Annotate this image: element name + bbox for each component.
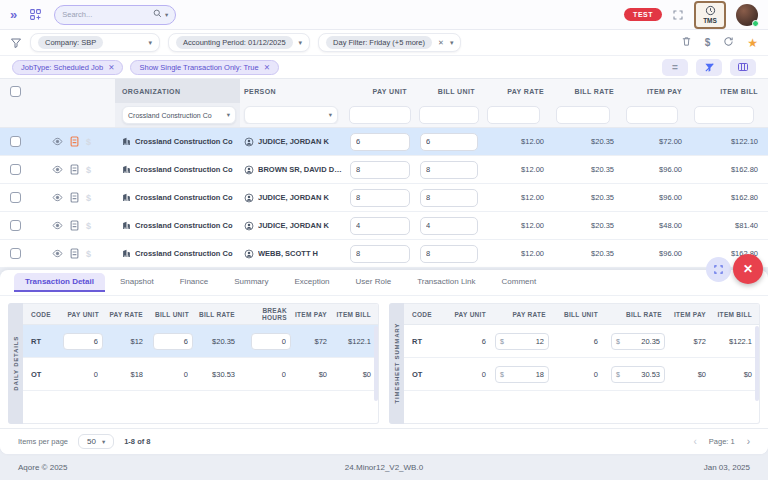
scrollbar[interactable] [755, 326, 759, 401]
pay-unit-input[interactable] [63, 366, 103, 383]
columns-button[interactable] [730, 59, 756, 76]
bill-unit-input[interactable] [420, 161, 478, 179]
item-bill-filter-input[interactable] [694, 106, 754, 124]
table-row[interactable]: $ Crossland Construction Co WEBB, SCOTT … [0, 240, 768, 268]
table-row[interactable]: $ Crossland Construction Co JUDICE, JORD… [0, 212, 768, 240]
timecard-icon[interactable] [70, 164, 79, 175]
timecard-icon[interactable] [70, 248, 79, 259]
bill-rate-input[interactable]: $20.35 [611, 333, 665, 350]
menu-equals-button[interactable]: = [662, 59, 688, 76]
row-checkbox[interactable] [10, 248, 21, 259]
close-detail-button[interactable]: ✕ [733, 254, 763, 284]
view-icon[interactable] [52, 192, 63, 203]
next-page-icon[interactable]: › [747, 436, 750, 447]
pay-rate-input[interactable]: $18 [495, 366, 549, 383]
pay-unit-input[interactable] [350, 189, 410, 207]
bill-rate-input[interactable]: $30.53 [611, 366, 665, 383]
remove-filter-icon[interactable]: ✕ [108, 63, 114, 72]
column-header-bill-rate[interactable]: BILL RATE [552, 88, 622, 95]
column-header-person[interactable]: PERSON [240, 88, 345, 95]
detail-tab[interactable]: Transaction Link [406, 273, 486, 292]
timecard-icon[interactable] [70, 220, 79, 231]
row-checkbox[interactable] [10, 136, 21, 147]
remove-filter-icon[interactable]: ✕ [264, 63, 270, 72]
global-search[interactable]: ▾ [54, 5, 176, 25]
remove-filter-icon[interactable]: ✕ [438, 39, 444, 47]
detail-tab[interactable]: Exception [283, 273, 340, 292]
billing-icon[interactable]: $ [705, 37, 711, 48]
table-row[interactable]: $ Crossland Construction Co JUDICE, JORD… [0, 184, 768, 212]
timecard-icon[interactable] [70, 136, 79, 147]
clear-filter-button[interactable] [696, 59, 722, 76]
detail-tab[interactable]: Summary [223, 273, 279, 292]
row-checkbox[interactable] [10, 220, 21, 231]
column-header-pay-unit[interactable]: PAY UNIT [345, 88, 415, 95]
expand-detail-button[interactable] [706, 257, 731, 282]
scrollbar[interactable] [374, 326, 378, 401]
company-filter-chip[interactable]: Company: SBP ▾ [30, 33, 160, 52]
pay-rate-filter-input[interactable] [487, 106, 540, 124]
view-icon[interactable] [52, 220, 63, 231]
refresh-icon[interactable] [723, 36, 734, 49]
filter-tag[interactable]: JobType: Scheduled Job ✕ [12, 60, 123, 75]
item-pay-filter-input[interactable] [626, 106, 678, 124]
search-icon[interactable] [153, 9, 162, 20]
fullscreen-icon[interactable] [672, 9, 684, 21]
column-header-pay-rate[interactable]: PAY RATE [483, 88, 552, 95]
organization-filter-dropdown[interactable]: Crossland Construction Co ▾ [122, 106, 236, 124]
row-checkbox[interactable] [10, 164, 21, 175]
detail-tab[interactable]: User Role [345, 273, 403, 292]
person-filter-dropdown[interactable]: ▾ [244, 106, 338, 124]
pay-unit-input[interactable] [350, 245, 410, 263]
bill-unit-input[interactable] [420, 133, 478, 151]
pay-unit-input[interactable] [350, 161, 410, 179]
currency-symbol: $ [616, 338, 620, 345]
row-checkbox[interactable] [10, 192, 21, 203]
bill-rate-filter-input[interactable] [556, 106, 610, 124]
bill-rate-cell: $20.35 [552, 137, 622, 146]
table-row[interactable]: $ Crossland Construction Co BROWN SR, DA… [0, 156, 768, 184]
filter-tag[interactable]: Show Single Transaction Only: True ✕ [130, 60, 279, 75]
delete-icon[interactable] [681, 36, 692, 49]
search-input[interactable] [62, 10, 149, 19]
favorite-icon[interactable]: ★ [747, 36, 758, 50]
apps-grid-add-icon[interactable] [29, 8, 42, 21]
detail-tab[interactable]: Snapshot [109, 273, 165, 292]
bill-unit-input[interactable] [153, 333, 193, 350]
column-header-item-bill[interactable]: ITEM BILL [690, 88, 768, 95]
expand-sidebar-icon[interactable]: » [10, 8, 17, 21]
page-size-dropdown[interactable]: 50 ▾ [78, 434, 114, 449]
bill-unit-input[interactable] [420, 189, 478, 207]
tms-app-button[interactable]: TMS [694, 1, 726, 29]
day-filter-chip[interactable]: Day Filter: Friday (+5 more) ✕ ▾ [318, 33, 461, 52]
view-icon[interactable] [52, 164, 63, 175]
select-all-checkbox[interactable] [10, 86, 21, 97]
view-icon[interactable] [52, 136, 63, 147]
column-header-bill-unit[interactable]: BILL UNIT [415, 88, 483, 95]
organization-cell: Crossland Construction Co [135, 193, 233, 202]
view-icon[interactable] [52, 248, 63, 259]
break-hours-input[interactable] [251, 333, 291, 350]
accounting-period-filter-chip[interactable]: Accounting Period: 01/12/2025 ▾ [168, 33, 310, 52]
pay-unit-input[interactable] [350, 217, 410, 235]
column-header-item-pay[interactable]: ITEM PAY [622, 88, 690, 95]
pay-unit-input[interactable] [63, 333, 103, 350]
user-avatar[interactable] [736, 4, 758, 26]
break-hours-input[interactable] [251, 366, 291, 383]
table-row[interactable]: $ Crossland Construction Co JUDICE, JORD… [0, 128, 768, 156]
bill-unit-input[interactable] [153, 366, 193, 383]
pay-unit-filter-input[interactable] [349, 106, 411, 124]
filter-icon[interactable] [10, 37, 22, 49]
timecard-icon[interactable] [70, 192, 79, 203]
pay-rate-input[interactable]: $12 [495, 333, 549, 350]
bill-unit-input[interactable] [420, 245, 478, 263]
detail-tab[interactable]: Comment [491, 273, 548, 292]
bill-unit-input[interactable] [420, 217, 478, 235]
detail-tab[interactable]: Finance [169, 273, 219, 292]
pay-unit-input[interactable] [350, 133, 410, 151]
previous-page-icon[interactable]: ‹ [693, 436, 696, 447]
bill-unit-filter-input[interactable] [419, 106, 479, 124]
search-chevron-down-icon[interactable]: ▾ [165, 11, 168, 19]
detail-tab[interactable]: Transaction Detail [14, 273, 105, 292]
column-header-organization[interactable]: ORGANIZATION [115, 79, 240, 103]
